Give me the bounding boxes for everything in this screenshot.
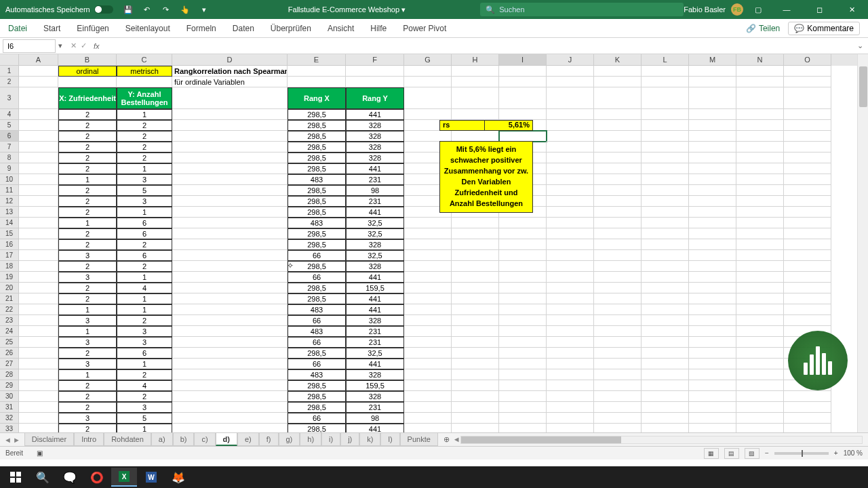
row-header-13[interactable]: 13 <box>0 207 19 218</box>
cell-O1[interactable] <box>784 66 831 77</box>
cell-J1[interactable] <box>547 66 594 77</box>
cell-A32[interactable] <box>19 413 58 424</box>
cell-B17[interactable]: 3 <box>58 250 117 261</box>
col-header-N[interactable]: N <box>736 54 784 66</box>
cell-K24[interactable] <box>594 326 642 337</box>
cell-E29[interactable]: 298,5 <box>288 380 346 391</box>
cell-F25[interactable]: 231 <box>346 337 404 348</box>
cell-D31[interactable] <box>172 402 288 413</box>
cell-D18[interactable] <box>172 261 288 272</box>
cell-L26[interactable] <box>642 348 689 359</box>
cell-I32[interactable] <box>499 413 547 424</box>
cell-H31[interactable] <box>452 402 499 413</box>
cell-O8[interactable] <box>784 152 831 163</box>
cell-B27[interactable]: 3 <box>58 359 117 369</box>
ribbon-tab-hilfe[interactable]: Hilfe <box>362 19 395 37</box>
cell-B14[interactable]: 1 <box>58 218 117 228</box>
cell-H30[interactable] <box>452 391 499 402</box>
cell-I20[interactable] <box>499 283 547 293</box>
cell-C25[interactable]: 3 <box>117 337 172 348</box>
cell-L31[interactable] <box>642 402 689 413</box>
cell-N24[interactable] <box>736 326 784 337</box>
cell-E5[interactable]: 298,5 <box>288 120 346 131</box>
zoom-in-button[interactable]: + <box>834 449 838 457</box>
cell-M13[interactable] <box>689 207 736 218</box>
cell-C21[interactable]: 1 <box>117 293 172 304</box>
cell-L16[interactable] <box>642 239 689 250</box>
cell-J2[interactable] <box>547 77 594 87</box>
cell-O12[interactable] <box>784 196 831 207</box>
cell-J14[interactable] <box>547 218 594 228</box>
cell-G16[interactable] <box>404 239 452 250</box>
minimize-button[interactable]: — <box>773 0 800 19</box>
sheet-tab-Intro[interactable]: Intro <box>74 433 104 446</box>
zoom-level[interactable]: 100 % <box>844 449 863 457</box>
cell-N8[interactable] <box>736 152 784 163</box>
cell-N15[interactable] <box>736 228 784 239</box>
cell-C13[interactable]: 1 <box>117 207 172 218</box>
cell-F31[interactable]: 231 <box>346 402 404 413</box>
cell-K5[interactable] <box>594 120 642 131</box>
col-header-B[interactable]: B <box>58 54 117 66</box>
cell-L22[interactable] <box>642 304 689 315</box>
cell-G25[interactable] <box>404 337 452 348</box>
cell-G24[interactable] <box>404 326 452 337</box>
cell-N23[interactable] <box>736 315 784 326</box>
sheet-tab-Disclaimer[interactable]: Disclaimer <box>24 433 74 446</box>
cell-B5[interactable]: 2 <box>58 120 117 131</box>
cell-F10[interactable]: 231 <box>346 174 404 185</box>
cell-J23[interactable] <box>547 315 594 326</box>
cell-N10[interactable] <box>736 174 784 185</box>
cell-A11[interactable] <box>19 185 58 196</box>
cell-M20[interactable] <box>689 283 736 293</box>
cell-B12[interactable]: 2 <box>58 196 117 207</box>
cell-M30[interactable] <box>689 391 736 402</box>
cell-E6[interactable]: 298,5 <box>288 131 346 142</box>
cell-E24[interactable]: 483 <box>288 326 346 337</box>
touch-icon[interactable]: 👆 <box>178 3 192 16</box>
cell-F29[interactable]: 159,5 <box>346 380 404 391</box>
cell-L25[interactable] <box>642 337 689 348</box>
cell-M5[interactable] <box>689 120 736 131</box>
cell-M11[interactable] <box>689 185 736 196</box>
cell-N2[interactable] <box>736 77 784 87</box>
sheet-tab-c[interactable]: c) <box>194 433 215 446</box>
cell-A5[interactable] <box>19 120 58 131</box>
cell-O7[interactable] <box>784 142 831 152</box>
cell-C23[interactable]: 2 <box>117 315 172 326</box>
row-header-6[interactable]: 6 <box>0 131 19 142</box>
cell-A7[interactable] <box>19 142 58 152</box>
cell-I26[interactable] <box>499 348 547 359</box>
cell-N29[interactable] <box>736 380 784 391</box>
cell-F3[interactable]: Rang Y <box>346 87 404 109</box>
cell-J3[interactable] <box>547 87 594 109</box>
cell-F4[interactable]: 441 <box>346 109 404 120</box>
cell-E18[interactable]: 298,5 <box>288 261 346 272</box>
col-header-L[interactable]: L <box>642 54 689 66</box>
cell-H20[interactable] <box>452 283 499 293</box>
cell-M18[interactable] <box>689 261 736 272</box>
comments-button[interactable]: 💬 Kommentare <box>788 22 860 35</box>
cell-L33[interactable] <box>642 424 689 432</box>
col-header-G[interactable]: G <box>404 54 452 66</box>
cell-B30[interactable]: 2 <box>58 391 117 402</box>
cell-M31[interactable] <box>689 402 736 413</box>
taskbar-app-1[interactable]: 🗨️ <box>57 468 83 487</box>
cell-M9[interactable] <box>689 163 736 174</box>
view-normal-button[interactable]: ▦ <box>704 448 719 459</box>
cell-E19[interactable]: 66 <box>288 272 346 283</box>
cell-J19[interactable] <box>547 272 594 283</box>
cell-N17[interactable] <box>736 250 784 261</box>
name-box-dropdown[interactable]: ▾ <box>56 41 65 50</box>
cell-M14[interactable] <box>689 218 736 228</box>
cell-J5[interactable] <box>547 120 594 131</box>
cell-C29[interactable]: 4 <box>117 380 172 391</box>
cell-D5[interactable] <box>172 120 288 131</box>
cell-L28[interactable] <box>642 369 689 380</box>
cell-L11[interactable] <box>642 185 689 196</box>
cell-I4[interactable] <box>499 109 547 120</box>
cell-C18[interactable]: 2 <box>117 261 172 272</box>
cell-O15[interactable] <box>784 228 831 239</box>
cell-F24[interactable]: 231 <box>346 326 404 337</box>
cell-A15[interactable] <box>19 228 58 239</box>
